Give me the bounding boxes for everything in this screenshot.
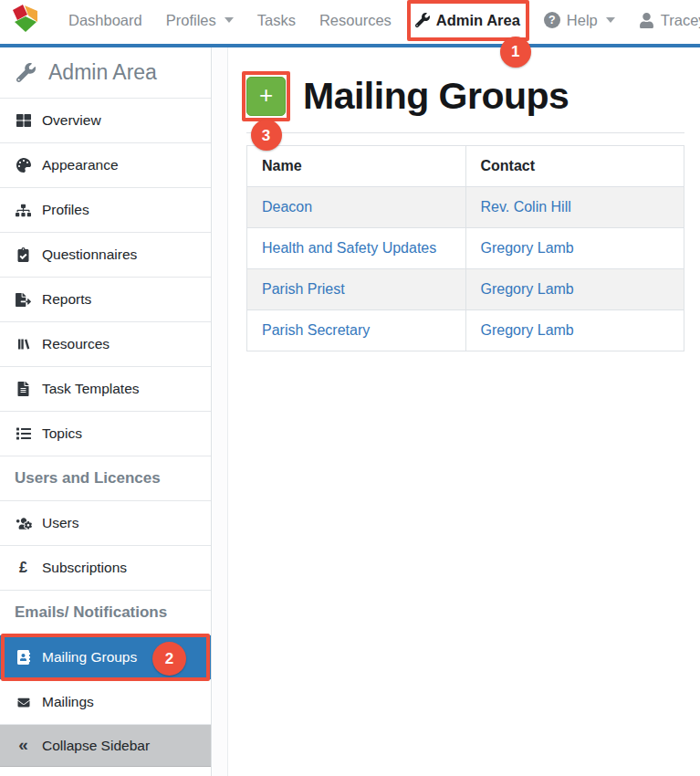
sidebar-section-users-licences: Users and Licences [0, 456, 211, 501]
contact-link[interactable]: Gregory Lamb [481, 281, 574, 297]
sidebar-item-label: Overview [42, 112, 101, 129]
annotation-badge-step2: 2 [152, 642, 186, 676]
nav-user-label: Tracey Tinney [661, 12, 700, 29]
pound-icon: £ [15, 560, 32, 576]
sidebar-item-label: Task Templates [42, 381, 140, 397]
admin-sidebar: Admin Area Overview Appearance Profiles … [0, 47, 212, 776]
chevron-down-icon [606, 17, 615, 23]
nav-resources-label: Resources [319, 12, 392, 29]
sidebar-item-mailing-groups[interactable]: Mailing Groups 2 [0, 635, 211, 680]
nav-dashboard[interactable]: Dashboard [68, 12, 142, 29]
nav-resources[interactable]: Resources [319, 12, 392, 29]
plus-icon: + [259, 83, 273, 107]
column-header-name: Name [247, 146, 466, 187]
list-icon [15, 426, 32, 441]
nav-profiles-label: Profiles [166, 12, 216, 29]
sidebar-item-label: Resources [42, 336, 110, 352]
nav-help[interactable]: ? Help [544, 12, 615, 29]
envelope-icon [15, 697, 32, 708]
sidebar-item-users[interactable]: Users [0, 501, 211, 546]
address-book-icon [15, 650, 32, 665]
file-export-icon [15, 293, 32, 307]
content-gutter [213, 47, 228, 776]
question-circle-icon: ? [544, 12, 560, 28]
group-name-link[interactable]: Health and Safety Updates [262, 240, 436, 256]
sidebar-section-label: Users and Licences [15, 469, 161, 488]
user-icon [639, 13, 654, 28]
users-gear-icon [15, 517, 32, 530]
sidebar-collapse-label: Collapse Sidebar [42, 738, 150, 754]
table-row: Parish Priest Gregory Lamb [247, 269, 684, 310]
title-divider [246, 132, 684, 133]
sidebar-collapse-button[interactable]: « Collapse Sidebar [0, 725, 211, 767]
grid-icon [15, 113, 32, 128]
sidebar-item-topics[interactable]: Topics [0, 412, 211, 456]
top-navbar: Dashboard Profiles Tasks Resources Admin… [0, 0, 700, 47]
sidebar-item-questionnaires[interactable]: Questionnaires [0, 233, 211, 278]
sidebar-item-label: Questionnaires [42, 246, 137, 263]
sitemap-icon [15, 204, 32, 217]
nav-help-label: Help [567, 12, 598, 29]
app-logo-icon[interactable] [9, 3, 42, 37]
palette-icon [15, 158, 32, 173]
table-row: Parish Secretary Gregory Lamb [247, 310, 684, 351]
wrench-icon [415, 13, 430, 27]
sidebar-item-subscriptions[interactable]: £ Subscriptions [0, 546, 211, 591]
group-name-link[interactable]: Deacon [262, 199, 312, 215]
sidebar-section-label: Emails/ Notifications [15, 603, 167, 622]
annotation-badge-step1: 1 [500, 37, 531, 68]
page-header: + 3 Mailing Groups [246, 77, 684, 116]
add-mailing-group-button[interactable]: + 3 [246, 77, 286, 116]
sidebar-item-label: Reports [42, 291, 91, 308]
sidebar-section-emails-notifications: Emails/ Notifications [0, 591, 211, 635]
column-header-contact: Contact [465, 146, 684, 187]
sidebar-item-profiles[interactable]: Profiles [0, 188, 211, 233]
sidebar-item-overview[interactable]: Overview [0, 99, 211, 143]
sidebar-item-mailings[interactable]: Mailings [0, 680, 211, 725]
nav-admin-area[interactable]: Admin Area 1 [415, 12, 520, 29]
books-icon [15, 337, 32, 351]
wrench-icon [15, 63, 37, 82]
group-name-link[interactable]: Parish Priest [262, 281, 345, 297]
sidebar-header-label: Admin Area [48, 60, 157, 85]
contact-link[interactable]: Rev. Colin Hill [481, 199, 571, 215]
sidebar-item-label: Subscriptions [42, 560, 127, 576]
annotation-badge-step3: 3 [251, 120, 282, 151]
nav-profiles[interactable]: Profiles [166, 12, 234, 29]
sidebar-item-label: Users [42, 515, 78, 531]
sidebar-item-reports[interactable]: Reports [0, 278, 211, 322]
table-header-row: Name Contact [247, 146, 684, 187]
table-row: Deacon Rev. Colin Hill [247, 187, 684, 228]
main-content: + 3 Mailing Groups Name Contact Deacon R… [228, 47, 700, 776]
page-title: Mailing Groups [303, 75, 569, 118]
file-lines-icon [15, 382, 32, 396]
sidebar-header: Admin Area [0, 47, 211, 99]
nav-tasks[interactable]: Tasks [257, 12, 296, 29]
contact-link[interactable]: Gregory Lamb [481, 322, 574, 338]
sidebar-item-appearance[interactable]: Appearance [0, 143, 211, 188]
group-name-link[interactable]: Parish Secretary [262, 322, 370, 338]
sidebar-item-task-templates[interactable]: Task Templates [0, 367, 211, 412]
sidebar-item-label: Mailings [42, 694, 94, 710]
nav-dashboard-label: Dashboard [68, 12, 142, 29]
sidebar-item-label: Appearance [42, 157, 119, 173]
sidebar-item-label: Mailing Groups [42, 649, 137, 666]
nav-user-menu[interactable]: Tracey Tinney [639, 12, 700, 29]
nav-admin-area-label: Admin Area [436, 12, 520, 29]
sidebar-item-label: Topics [42, 425, 82, 442]
nav-tasks-label: Tasks [257, 12, 296, 29]
contact-link[interactable]: Gregory Lamb [481, 240, 574, 256]
table-row: Health and Safety Updates Gregory Lamb [247, 228, 684, 269]
sidebar-item-label: Profiles [42, 202, 89, 218]
angles-left-icon: « [15, 736, 32, 753]
sidebar-item-resources[interactable]: Resources [0, 322, 211, 367]
chevron-down-icon [225, 17, 234, 23]
mailing-groups-table: Name Contact Deacon Rev. Colin Hill Heal… [246, 145, 684, 351]
clipboard-check-icon [15, 247, 32, 262]
